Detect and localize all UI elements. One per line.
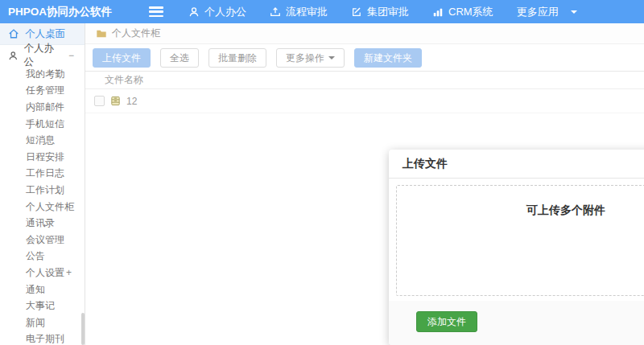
sidebar-submenu: 我的考勤 任务管理 内部邮件 手机短信 短消息 日程安排 工作日志 工作计划 个… — [0, 66, 85, 345]
bar-chart-icon — [432, 6, 444, 18]
expand-plus-icon[interactable]: + — [66, 267, 72, 278]
nav-personal-office[interactable]: 个人办公 — [188, 5, 246, 19]
add-file-button[interactable]: 添加文件 — [416, 311, 477, 332]
nav-process-approval[interactable]: 流程审批 — [270, 5, 328, 19]
process-approval-icon — [270, 6, 281, 18]
sidebar-item-work-plan[interactable]: 工作计划 — [0, 182, 85, 199]
sidebar-scrollbar[interactable] — [81, 313, 85, 345]
upload-dropzone[interactable]: 可上传多个附件 — [396, 185, 644, 296]
topbar: PHPOA协同办公软件 个人办公 流程审批 — [0, 0, 644, 23]
file-cabinet-icon — [109, 95, 122, 107]
sidebar-item-task-management[interactable]: 任务管理 — [0, 83, 85, 100]
batch-delete-button[interactable]: 批量删除 — [208, 48, 266, 68]
upload-file-button[interactable]: 上传文件 — [93, 48, 151, 68]
sidebar-item-schedule[interactable]: 日程安排 — [0, 149, 85, 166]
folder-icon — [96, 28, 107, 39]
caret-down-icon — [328, 56, 335, 60]
nav-crm-system[interactable]: CRM系统 — [432, 5, 493, 19]
user-icon — [188, 6, 200, 18]
sidebar-item-announcement[interactable]: 公告 — [0, 248, 85, 265]
dropzone-hint: 可上传多个附件 — [397, 203, 644, 218]
sidebar-item-attendance[interactable]: 我的考勤 — [0, 66, 85, 83]
more-operations-button[interactable]: 更多操作 — [276, 48, 345, 68]
upload-dialog: 上传文件 可上传多个附件 添加文件 — [389, 150, 644, 345]
home-icon — [8, 28, 19, 39]
breadcrumb-label: 个人文件柜 — [112, 27, 160, 40]
new-folder-button[interactable]: 新建文件夹 — [354, 48, 422, 68]
sidebar-item-short-message[interactable]: 短消息 — [0, 132, 85, 149]
nav-label: 流程审批 — [286, 5, 328, 19]
sidebar-item-file-cabinet[interactable]: 个人文件柜 — [0, 199, 85, 216]
sidebar-item-contacts[interactable]: 通讯录 — [0, 215, 85, 232]
row-checkbox[interactable] — [94, 96, 105, 106]
nav-group-approval[interactable]: 集团审批 — [351, 5, 409, 19]
dialog-body: 可上传多个附件 — [389, 179, 644, 296]
user-icon — [8, 51, 19, 61]
sidebar-item-work-log[interactable]: 工作日志 — [0, 166, 85, 183]
menu-toggle-icon[interactable] — [149, 6, 163, 17]
dialog-title: 上传文件 — [389, 150, 644, 179]
sidebar-item-sms[interactable]: 手机短信 — [0, 116, 85, 133]
collapse-icon[interactable]: − — [68, 50, 74, 61]
nav-label: 更多应用 — [517, 5, 559, 19]
sidebar-section-label: 个人办公 — [24, 42, 63, 69]
sidebar-item-memorabilia[interactable]: 大事记 — [0, 298, 85, 314]
sidebar-item-personal-settings[interactable]: 个人设置+ — [0, 265, 85, 281]
app-window: PHPOA协同办公软件 个人办公 流程审批 — [0, 0, 644, 345]
caret-down-icon — [571, 10, 577, 14]
sidebar-item-meeting-management[interactable]: 会议管理 — [0, 232, 85, 248]
breadcrumb: 个人文件柜 — [85, 23, 644, 44]
sidebar-item-e-journal[interactable]: 电子期刊 — [0, 331, 85, 345]
sidebar-item-news[interactable]: 新闻 — [0, 314, 85, 331]
nav-label: 集团审批 — [367, 5, 409, 19]
nav-label: CRM系统 — [448, 5, 493, 19]
table-row[interactable]: 12 — [85, 89, 644, 113]
toolbar: 上传文件 全选 批量删除 更多操作 新建文件夹 — [85, 44, 644, 71]
nav-label: 个人办公 — [204, 5, 246, 19]
sidebar: 个人桌面 个人办公 − 我的考勤 任务管理 内部邮件 手机短信 短消息 日程安排… — [0, 23, 85, 345]
table-header: 文件名称 — [85, 71, 644, 89]
sidebar-item-notification[interactable]: 通知 — [0, 281, 85, 298]
sidebar-item-internal-mail[interactable]: 内部邮件 — [0, 99, 85, 116]
sidebar-item-label: 个人桌面 — [25, 27, 65, 41]
app-brand: PHPOA协同办公软件 — [0, 5, 112, 19]
nav-more-apps[interactable]: 更多应用 — [517, 5, 577, 19]
edit-square-icon — [351, 6, 362, 18]
top-nav: 个人办公 流程审批 集团审批 — [188, 5, 577, 19]
file-name: 12 — [126, 96, 137, 107]
select-all-button[interactable]: 全选 — [160, 48, 199, 68]
dialog-footer: 添加文件 — [389, 301, 644, 345]
sidebar-section-personal-office[interactable]: 个人办公 − — [0, 45, 85, 66]
file-table: 文件名称 12 — [85, 71, 644, 113]
column-file-name: 文件名称 — [105, 74, 143, 85]
